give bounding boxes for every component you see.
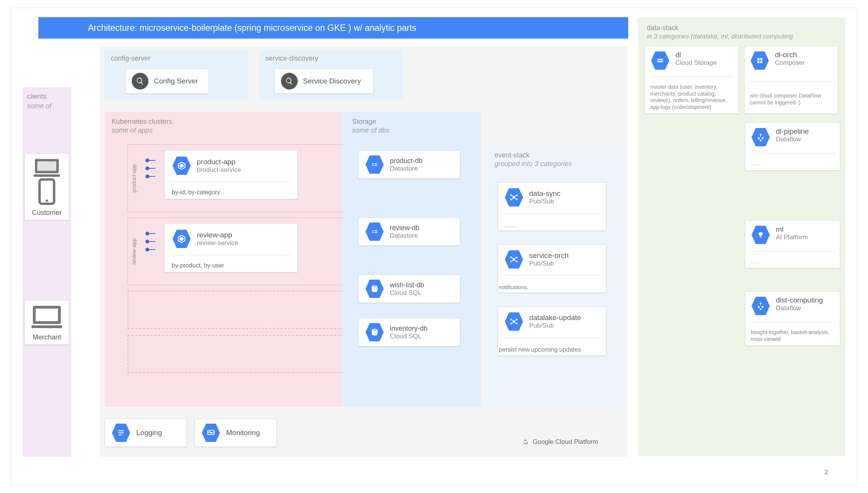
magnifier-icon: [281, 73, 298, 90]
endpoint-nodes: [145, 158, 149, 178]
ds-card-dist: dist-computingDataflow bought-together, …: [745, 291, 840, 346]
ds-service: AI Platform: [776, 234, 808, 241]
svg-rect-3: [372, 165, 374, 166]
svg-rect-5: [375, 165, 377, 166]
main-region: config-server Config Server service-disc…: [99, 46, 628, 457]
db-card: inventory-dbCloud SQL: [358, 318, 460, 346]
app-name: review-app: [197, 231, 238, 239]
card-name: Service Discovery: [303, 77, 361, 85]
svg-point-1: [46, 200, 48, 202]
ds-card-ml: mlAI Platform …..: [745, 220, 840, 269]
app-endpoints: by-product, by-user: [172, 262, 290, 269]
svg-rect-29: [657, 59, 663, 60]
title-bar: Architecture: microservice-boilerplate (…: [38, 17, 628, 38]
svg-rect-4: [375, 163, 377, 164]
sql-icon: [365, 279, 385, 299]
ds-service: Cloud Storage: [675, 59, 717, 67]
event-note: …….: [504, 221, 516, 228]
group-label: review-app: [131, 238, 137, 264]
gcp-label: Google Cloud Platform: [533, 438, 598, 446]
storage-label: Storage: [343, 112, 481, 126]
pubsub-icon: [504, 187, 524, 207]
svg-rect-2: [372, 163, 374, 164]
phone-icon: [38, 178, 56, 205]
laptop-icon: [32, 158, 62, 177]
event-card: datalake-updatePub/Sub persist new upcom…: [498, 307, 606, 356]
dataflow-icon: [751, 127, 771, 147]
ds-name: dl: [675, 51, 717, 59]
app-card-product: product-app product-service by-id, by-ca…: [164, 150, 298, 199]
client-merchant: Merchant: [24, 300, 69, 345]
db-service: Datastore: [390, 165, 423, 173]
svg-point-38: [760, 309, 761, 310]
k8s-label: Kubernetes clusters: [105, 112, 343, 126]
events-label: event-stack: [487, 145, 624, 159]
dataflow-icon: [751, 296, 771, 316]
ds-service: Composer: [775, 59, 805, 67]
ds-name: ml: [776, 225, 808, 234]
logging-card: Logging: [105, 419, 187, 447]
event-note: persist new upcoming updates: [499, 345, 595, 353]
ds-note: …..: [751, 258, 759, 265]
gke-icon: [172, 229, 191, 249]
db-name: inventory-db: [390, 325, 428, 333]
config-server-region: config-server Config Server: [105, 50, 248, 99]
svg-point-17: [516, 256, 517, 258]
ds-note: bought-together, basket-analysis, most-v…: [751, 329, 834, 343]
event-service: Pub/Sub: [529, 260, 568, 267]
gke-icon: [172, 156, 191, 176]
storage-sub: some of dbs: [343, 126, 481, 142]
ds-name: dist-computing: [776, 296, 823, 304]
db-service: Datastore: [390, 232, 420, 240]
page-number: 2: [825, 469, 828, 476]
ds-service: Dataflow: [776, 136, 809, 143]
service-discovery-label: service-discovery: [259, 50, 402, 67]
db-name: review-db: [390, 224, 420, 232]
svg-point-13: [510, 198, 512, 200]
svg-rect-7: [372, 232, 374, 233]
storage-region: Storage some of dbs product-dbDatastore …: [343, 112, 481, 407]
ds-card-orch: dl-orchComposer w/o cloud composer DataF…: [744, 46, 839, 114]
config-server-label: config-server: [105, 50, 248, 67]
gcp-footer: Google Cloud Platform: [521, 438, 598, 446]
endpoint-nodes: [145, 232, 149, 251]
ds-note: …..: [751, 160, 759, 167]
composer-icon: [750, 51, 770, 70]
svg-point-24: [516, 323, 517, 324]
svg-point-18: [510, 261, 512, 262]
logging-icon: [111, 423, 131, 443]
app-service: product-service: [197, 166, 241, 174]
svg-point-19: [516, 261, 517, 262]
ds-note: master data (user, inventory, merchants,…: [650, 84, 733, 110]
group-label: product-app: [131, 164, 137, 193]
card-name: Config Server: [154, 77, 198, 85]
svg-point-22: [516, 319, 517, 320]
ds-note: w/o cloud composer DataFlow cannot be tr…: [750, 93, 833, 106]
event-name: datalake-update: [529, 314, 581, 322]
ai-platform-icon: [751, 225, 771, 245]
event-name: data-sync: [529, 189, 560, 198]
ds-card-dl: dlCloud Storage master data (user, inven…: [645, 46, 739, 114]
event-note: notifications,: [499, 283, 595, 290]
app-card-review: review-app review-service by-product, by…: [164, 223, 298, 272]
ds-name: dl-pipeline: [776, 127, 809, 136]
event-service: Pub/Sub: [529, 198, 560, 205]
sql-icon: [365, 322, 385, 342]
svg-rect-8: [375, 230, 377, 231]
svg-rect-27: [119, 434, 122, 435]
svg-point-21: [510, 319, 512, 320]
card-name: Monitoring: [226, 429, 260, 437]
event-name: service-orch: [529, 251, 568, 260]
clients-region: clients some of Customer Merchant: [22, 87, 71, 457]
svg-point-14: [516, 198, 517, 200]
svg-rect-6: [372, 230, 374, 231]
event-card: data-syncPub/Sub …….: [498, 182, 606, 231]
svg-point-16: [510, 256, 512, 258]
datastore-icon: [365, 222, 385, 242]
ds-name: dl-orch: [775, 51, 805, 59]
db-name: product-db: [390, 157, 423, 165]
svg-point-35: [760, 303, 761, 304]
card-name: Logging: [136, 429, 162, 437]
datastore-icon: [365, 155, 385, 174]
db-name: wish-list-db: [390, 281, 424, 289]
